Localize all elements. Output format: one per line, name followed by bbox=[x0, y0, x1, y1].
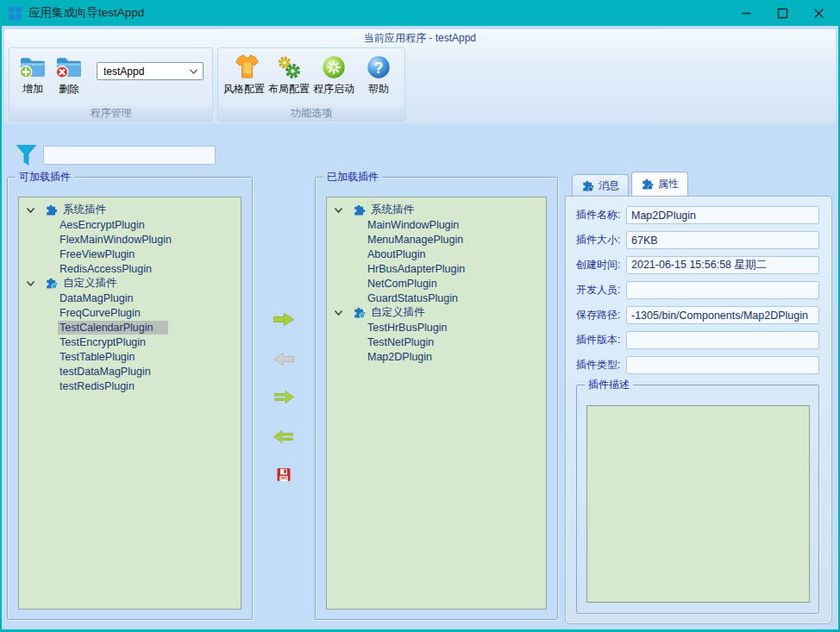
tree-group[interactable]: 系统插件 bbox=[19, 203, 241, 217]
tree-item[interactable]: NetComPlugin bbox=[327, 276, 546, 291]
available-plugins-tree: 系统插件AesEncryptPluginFlexMainWindowPlugin… bbox=[18, 197, 241, 610]
move-all-right-button[interactable] bbox=[273, 390, 295, 404]
tree-item-label: AboutPlugin bbox=[366, 247, 427, 261]
tree-group[interactable]: 自定义插件 bbox=[327, 305, 546, 320]
tree-item[interactable]: FlexMainWindowPlugin bbox=[19, 232, 241, 247]
description-groupbox-title: 插件描述 bbox=[585, 379, 633, 391]
property-value-field[interactable]: 67KB bbox=[626, 231, 819, 249]
tree-item[interactable]: GuardStatusPlugin bbox=[327, 291, 546, 305]
tree-group[interactable]: 自定义插件 bbox=[19, 276, 241, 291]
tree-item[interactable]: TestHrBusPlugin bbox=[327, 320, 546, 335]
save-button[interactable] bbox=[277, 467, 291, 482]
tree-item[interactable]: MenuManagePlugin bbox=[327, 232, 546, 247]
chevron-down-icon[interactable] bbox=[334, 207, 343, 214]
property-value-field[interactable]: -1305/bin/Components/Map2DPlugin bbox=[626, 306, 819, 324]
tab-properties[interactable]: 属性 bbox=[631, 172, 688, 196]
tree-item[interactable]: RedisAccessPlugin bbox=[19, 261, 241, 276]
system-plugin-icon bbox=[45, 203, 58, 216]
move-all-left-button[interactable] bbox=[273, 429, 295, 444]
tab-label: 消息 bbox=[599, 178, 619, 193]
property-label: 开发人员: bbox=[576, 283, 626, 297]
tree-item[interactable]: MainWindowPlugin bbox=[327, 217, 546, 232]
app-window: 应用集成向导testAppd 当前应用程序 - testAppd 增加删除tes… bbox=[0, 0, 840, 632]
tree-item[interactable]: TestNetPlugin bbox=[327, 335, 546, 349]
tree-group-label: 系统插件 bbox=[63, 203, 106, 217]
button-label: 帮助 bbox=[368, 82, 389, 97]
tree-item-label: TestEncryptPlugin bbox=[58, 335, 147, 349]
plugin-info-panel: 消息属性 插件名称:Map2DPlugin插件大小:67KB创建时间:2021-… bbox=[565, 172, 832, 624]
toolbar-group: 增加删除testAppd程序管理 bbox=[9, 47, 213, 122]
move-left-button[interactable] bbox=[273, 352, 296, 366]
property-value-field[interactable]: 2021-06-15 15:56:58 星期二 bbox=[626, 256, 819, 274]
app-launch-button[interactable]: 程序启动 bbox=[311, 51, 356, 105]
loaded-plugins-tree: 系统插件MainWindowPluginMenuManagePluginAbou… bbox=[326, 197, 547, 610]
tab-messages[interactable]: 消息 bbox=[572, 174, 629, 196]
filter-input[interactable] bbox=[43, 146, 216, 165]
custom-plugin-icon bbox=[45, 277, 58, 290]
tree-item[interactable]: FreqCurvePlugin bbox=[19, 305, 241, 320]
plugin-description-textarea[interactable] bbox=[586, 405, 810, 603]
property-fields: 插件名称:Map2DPlugin插件大小:67KB创建时间:2021-06-15… bbox=[576, 206, 819, 381]
property-row: 插件大小:67KB bbox=[576, 231, 819, 249]
chevron-down-icon[interactable] bbox=[26, 207, 35, 214]
toolbar-group-label: 功能选项 bbox=[218, 105, 404, 121]
tree-item[interactable]: Map2DPlugin bbox=[327, 349, 546, 364]
tree-item-label: testRedisPlugin bbox=[58, 379, 136, 393]
tree-item-label: TestCalendarPlugin bbox=[58, 321, 168, 335]
property-label: 插件版本: bbox=[576, 333, 626, 347]
current-app-status: 当前应用程序 - testAppd bbox=[4, 29, 836, 47]
available-groupbox-title: 可加载插件 bbox=[16, 171, 74, 183]
tree-item-label: FreeViewPlugin bbox=[58, 247, 136, 261]
tree-item-label: MenuManagePlugin bbox=[366, 233, 465, 247]
chevron-down-icon[interactable] bbox=[334, 310, 343, 316]
tree-item[interactable]: FreeViewPlugin bbox=[19, 247, 241, 261]
tree-item-label: AesEncryptPlugin bbox=[58, 218, 147, 232]
transfer-buttons bbox=[253, 177, 315, 620]
layout-config-button[interactable]: 布局配置 bbox=[266, 51, 311, 105]
loaded-groupbox-title: 已加载插件 bbox=[323, 171, 382, 183]
property-value-field[interactable] bbox=[626, 356, 819, 374]
close-button[interactable] bbox=[800, 1, 837, 25]
tree-item[interactable]: AesEncryptPlugin bbox=[19, 217, 241, 232]
toolbar-group-buttons: 风格配置布局配置程序启动?帮助 bbox=[218, 48, 404, 105]
tree-item[interactable]: HrBusAdapterPlugin bbox=[327, 261, 546, 276]
style-config-button[interactable]: 风格配置 bbox=[222, 51, 266, 105]
maximize-button[interactable] bbox=[764, 1, 800, 25]
tree-item[interactable]: testRedisPlugin bbox=[19, 379, 241, 393]
property-row: 插件类型: bbox=[576, 356, 819, 374]
property-row: 开发人员: bbox=[576, 281, 819, 299]
tree-item[interactable]: DataMagPlugin bbox=[19, 291, 241, 305]
tree-item-label: FlexMainWindowPlugin bbox=[58, 233, 173, 247]
property-value-field[interactable] bbox=[626, 281, 819, 299]
button-label: 增加 bbox=[22, 82, 43, 97]
chevron-down-icon bbox=[190, 69, 197, 74]
property-label: 保存路径: bbox=[576, 308, 626, 322]
system-plugin-icon bbox=[353, 203, 366, 216]
app-select[interactable]: testAppd bbox=[97, 62, 204, 80]
svg-text:?: ? bbox=[374, 59, 384, 76]
tree-item[interactable]: TestTablePlugin bbox=[19, 349, 241, 364]
toolbar-group-label: 程序管理 bbox=[9, 105, 212, 121]
tree-item[interactable]: AboutPlugin bbox=[327, 247, 546, 261]
tree-item[interactable]: TestEncryptPlugin bbox=[19, 335, 241, 349]
tree-group-label: 自定义插件 bbox=[63, 276, 117, 291]
tree-item[interactable]: TestCalendarPlugin bbox=[19, 320, 241, 335]
help-button[interactable]: ?帮助 bbox=[356, 51, 401, 105]
available-plugins-groupbox: 可加载插件 系统插件AesEncryptPluginFlexMainWindow… bbox=[7, 177, 253, 620]
property-value-field[interactable] bbox=[626, 331, 819, 349]
tree-item-label: DataMagPlugin bbox=[58, 291, 135, 305]
tree-group-label: 系统插件 bbox=[371, 203, 414, 217]
tree-item-label: HrBusAdapterPlugin bbox=[366, 262, 467, 276]
property-row: 创建时间:2021-06-15 15:56:58 星期二 bbox=[576, 256, 819, 274]
move-right-button[interactable] bbox=[273, 312, 296, 327]
minimize-button[interactable] bbox=[728, 1, 764, 25]
add-button[interactable]: 增加 bbox=[15, 51, 51, 105]
tree-item[interactable]: testDataMagPlugin bbox=[19, 364, 241, 379]
tree-group[interactable]: 系统插件 bbox=[327, 203, 546, 217]
property-value-field[interactable]: Map2DPlugin bbox=[626, 206, 819, 224]
delete-button[interactable]: 删除 bbox=[51, 51, 87, 105]
button-label: 风格配置 bbox=[223, 82, 265, 97]
window-controls bbox=[728, 1, 837, 25]
chevron-down-icon[interactable] bbox=[26, 280, 35, 287]
tree-item-label: NetComPlugin bbox=[366, 277, 439, 291]
